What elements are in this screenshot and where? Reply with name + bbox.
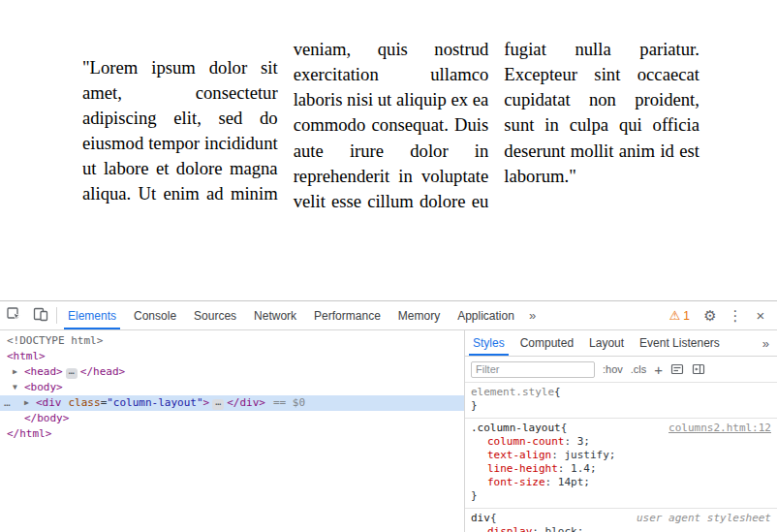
warning-count: 1	[683, 309, 690, 323]
collapse-arrow-icon[interactable]: ▼	[13, 380, 24, 395]
tab-console[interactable]: Console	[125, 301, 185, 329]
tab-sources[interactable]: Sources	[185, 301, 245, 329]
expand-arrow-icon[interactable]: ▶	[24, 395, 36, 411]
kebab-menu-icon: ⋮	[729, 307, 743, 325]
open-brace	[554, 386, 561, 399]
close-brace	[471, 399, 771, 413]
styles-filter-input[interactable]	[471, 361, 595, 378]
console-warnings-badge[interactable]: ⚠ 1	[662, 308, 698, 323]
dom-node-div-selected[interactable]: …▶<divclass="column-layout">…</div>== $0	[0, 395, 464, 411]
dom-node-body-close[interactable]: </body>	[0, 411, 464, 426]
close-icon: ×	[757, 307, 765, 324]
user-agent-stylesheet-label: user agent stylesheet	[627, 512, 771, 525]
open-brace	[561, 422, 568, 435]
styles-sidebar: Styles Computed Layout Event Listeners »…	[465, 330, 777, 532]
selected-node-marker: == $0	[273, 396, 305, 409]
devtools-content: <!DOCTYPE html> <html> ▶<head>…</head> ▼…	[0, 330, 777, 532]
toolbar-divider	[56, 307, 57, 324]
tab-layout[interactable]: Layout	[581, 330, 632, 356]
attribute-name: class	[69, 396, 101, 409]
elements-dom-tree: <!DOCTYPE html> <html> ▶<head>…</head> ▼…	[0, 330, 465, 532]
css-property-row[interactable]: displayblock	[471, 525, 771, 532]
dom-node-head[interactable]: ▶<head>…</head>	[0, 364, 464, 380]
css-property-row[interactable]: column-count3	[471, 435, 771, 449]
stylesheet-source-link[interactable]: columns2.html:12	[659, 422, 771, 435]
more-tabs-chevron-icon[interactable]: »	[523, 301, 542, 329]
css-property-row[interactable]: line-height1.4	[471, 462, 771, 476]
rule-selector[interactable]: div	[471, 512, 490, 525]
rendered-page: "Lorem ipsum dolor sit amet, consectetur…	[0, 0, 777, 300]
toolbar-right-controls: ⚠ 1 ⚙ ⋮ ×	[662, 301, 777, 329]
css-property-row[interactable]: text-alignjustify	[471, 449, 771, 462]
tab-performance[interactable]: Performance	[305, 301, 389, 329]
page-paragraph: "Lorem ipsum dolor sit amet, consectetur…	[82, 37, 699, 214]
toggle-computed-sidebar-icon[interactable]	[692, 362, 705, 376]
style-rule-div-ua: divuser agent stylesheet displayblock	[465, 509, 777, 532]
devtools-toolbar: Elements Console Sources Network Perform…	[0, 301, 777, 330]
node-actions-icon[interactable]: …	[4, 395, 12, 411]
tab-memory[interactable]: Memory	[389, 301, 449, 329]
close-brace	[471, 489, 771, 503]
style-rule-column-layout: .column-layoutcolumns2.html:12 column-co…	[465, 419, 777, 509]
collapsed-content-ellipsis[interactable]: …	[212, 399, 224, 410]
new-style-rule-button[interactable]: +	[654, 362, 663, 377]
inspect-element-button[interactable]	[0, 301, 27, 329]
tab-network[interactable]: Network	[245, 301, 305, 329]
tab-computed[interactable]: Computed	[513, 330, 581, 356]
rendering-emulation-icon[interactable]	[670, 362, 684, 376]
rule-selector[interactable]: .column-layout	[471, 422, 561, 435]
attribute-value: "column-layout"	[107, 396, 202, 409]
open-brace	[490, 512, 497, 525]
more-sidebar-tabs-chevron-icon[interactable]: »	[755, 330, 777, 356]
devtools-tab-strip: Elements Console Sources Network Perform…	[59, 301, 542, 329]
dom-node-html-open[interactable]: <html>	[0, 349, 464, 364]
devtools-panel: Elements Console Sources Network Perform…	[0, 300, 777, 532]
warning-icon: ⚠	[669, 308, 681, 323]
dom-node-body-open[interactable]: ▼<body>	[0, 380, 464, 395]
inspect-cursor-icon	[6, 306, 21, 326]
device-toolbar-icon	[33, 306, 48, 326]
collapsed-content-ellipsis[interactable]: …	[66, 368, 78, 379]
close-devtools-button[interactable]: ×	[748, 301, 773, 329]
style-rule-element-style: element.style	[465, 383, 777, 419]
page-column-layout: "Lorem ipsum dolor sit amet, consectetur…	[82, 37, 699, 214]
tab-styles[interactable]: Styles	[465, 330, 513, 356]
tab-event-listeners[interactable]: Event Listeners	[632, 330, 728, 356]
gear-icon: ⚙	[703, 307, 716, 325]
toggle-classes-button[interactable]: .cls	[631, 363, 647, 375]
css-property-row[interactable]: font-size14pt	[471, 476, 771, 489]
rule-selector[interactable]: element.style	[471, 386, 554, 399]
toggle-element-state-button[interactable]: :hov	[603, 363, 623, 375]
tab-elements[interactable]: Elements	[59, 301, 125, 329]
browser-window: "Lorem ipsum dolor sit amet, consectetur…	[0, 0, 777, 532]
dom-doctype[interactable]: <!DOCTYPE html>	[0, 333, 464, 349]
settings-button[interactable]: ⚙	[698, 301, 723, 329]
sidebar-tab-strip: Styles Computed Layout Event Listeners »	[465, 330, 777, 357]
more-options-button[interactable]: ⋮	[723, 301, 748, 329]
dom-node-html-close[interactable]: </html>	[0, 426, 464, 442]
device-toolbar-button[interactable]	[27, 301, 54, 329]
expand-arrow-icon[interactable]: ▶	[13, 364, 24, 380]
tab-application[interactable]: Application	[449, 301, 523, 329]
styles-rules-list: element.style .column-layoutcolumns2.htm…	[465, 383, 777, 532]
styles-toolbar: :hov .cls +	[465, 357, 777, 383]
